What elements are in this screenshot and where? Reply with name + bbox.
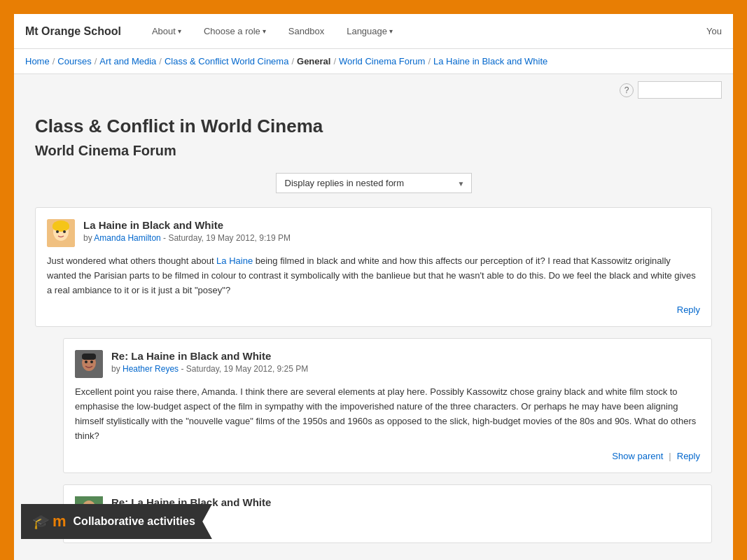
svg-point-4: [63, 230, 66, 233]
post-1-reply-link[interactable]: Reply: [677, 304, 700, 315]
breadcrumb: Home / Courses / Art and Media / Class &…: [14, 49, 733, 74]
post-1-actions: Reply: [47, 304, 700, 315]
post-1-date: Saturday, 19 May 2012, 9:19 PM: [168, 233, 291, 243]
breadcrumb-sep-5: /: [428, 56, 431, 66]
language-label: Language: [347, 26, 387, 36]
display-select-wrapper: Display replies flat, with oldest first …: [35, 173, 712, 193]
help-icon[interactable]: ?: [620, 83, 634, 97]
post-2-author-link[interactable]: Heather Reyes: [123, 364, 179, 374]
choose-role-label: Choose a role: [204, 26, 260, 36]
breadcrumb-sep-4: /: [333, 56, 336, 66]
choose-role-chevron-icon: ▾: [263, 27, 266, 35]
post-2-avatar: [75, 350, 103, 378]
navbar: Mt Orange School About ▾ Choose a role ▾…: [14, 14, 733, 49]
post-1-header: La Haine in Black and White by Amanda Ha…: [47, 219, 700, 247]
forum-title: World Cinema Forum: [35, 143, 712, 159]
about-chevron-icon: ▾: [178, 27, 181, 35]
moodle-banner: 🎓 m Collaborative activities: [21, 504, 212, 539]
breadcrumb-art-media[interactable]: Art and Media: [99, 56, 156, 66]
svg-point-9: [90, 360, 93, 363]
breadcrumb-home[interactable]: Home: [25, 56, 50, 66]
post-2-header: Re: La Haine in Black and White by Heath…: [75, 350, 700, 378]
post-1-subject: La Haine in Black and White: [83, 219, 700, 231]
course-title: Class & Conflict in World Cinema: [35, 115, 712, 137]
moodle-banner-text: Collaborative activities: [74, 515, 195, 528]
breadcrumb-world-cinema-forum[interactable]: World Cinema Forum: [339, 56, 425, 66]
navbar-brand: Mt Orange School: [25, 25, 121, 38]
post-2-body: Excellent point you raise there, Amanda.…: [75, 385, 700, 443]
svg-rect-5: [53, 223, 69, 230]
navbar-you: You: [706, 26, 722, 36]
search-bar: ?: [14, 74, 733, 102]
post-2-reply-link[interactable]: Reply: [677, 451, 700, 461]
post-2-subject: Re: La Haine in Black and White: [111, 350, 700, 362]
navbar-sandbox[interactable]: Sandbox: [286, 26, 327, 36]
pipe-separator: |: [669, 451, 671, 461]
svg-rect-10: [82, 354, 96, 360]
breadcrumb-sep-2: /: [159, 56, 162, 66]
post-card-2: Re: La Haine in Black and White by Heath…: [63, 338, 712, 472]
breadcrumb-general[interactable]: General: [297, 56, 330, 66]
post-1-body-text: Just wondered what others thought about: [47, 255, 216, 266]
post-2-show-parent-link[interactable]: Show parent: [612, 451, 663, 461]
breadcrumb-sep-1: /: [95, 56, 97, 66]
main-content: Class & Conflict in World Cinema World C…: [14, 102, 733, 560]
navbar-choose-role[interactable]: Choose a role ▾: [201, 26, 269, 36]
post-1-meta: La Haine in Black and White by Amanda Ha…: [83, 219, 700, 243]
post-1-by: by Amanda Hamilton - Saturday, 19 May 20…: [83, 233, 700, 243]
post-1-la-haine-link[interactable]: La Haine: [216, 255, 253, 266]
post-2-by: by Heather Reyes - Saturday, 19 May 2012…: [111, 364, 700, 374]
post-1-author-link[interactable]: Amanda Hamilton: [94, 233, 160, 243]
moodle-m-icon: m: [53, 512, 67, 531]
language-chevron-icon: ▾: [389, 27, 393, 35]
breadcrumb-class-conflict[interactable]: Class & Conflict World Cinema: [165, 56, 288, 66]
display-mode-select[interactable]: Display replies flat, with oldest first …: [276, 173, 472, 193]
svg-point-8: [85, 360, 88, 363]
about-label: About: [152, 26, 176, 36]
breadcrumb-sep-3: /: [291, 56, 294, 66]
sandbox-label: Sandbox: [288, 26, 324, 36]
post-1-body: Just wondered what others thought about …: [47, 254, 700, 298]
post-2-actions: Show parent | Reply: [75, 451, 700, 461]
breadcrumb-la-haine[interactable]: La Haine in Black and White: [433, 56, 547, 66]
breadcrumb-sep-0: /: [53, 56, 55, 66]
moodle-logo: 🎓 m: [32, 512, 67, 531]
search-input[interactable]: [638, 81, 722, 99]
post-1-avatar: [47, 219, 75, 247]
post-card-1: La Haine in Black and White by Amanda Ha…: [35, 207, 712, 327]
navbar-language[interactable]: Language ▾: [344, 26, 396, 36]
display-mode-container[interactable]: Display replies flat, with oldest first …: [276, 173, 472, 193]
breadcrumb-courses[interactable]: Courses: [57, 56, 91, 66]
navbar-about[interactable]: About ▾: [149, 26, 184, 36]
post-2-date: Saturday, 19 May 2012, 9:25 PM: [186, 364, 309, 374]
svg-point-3: [56, 230, 59, 233]
post-2-meta: Re: La Haine in Black and White by Heath…: [111, 350, 700, 374]
